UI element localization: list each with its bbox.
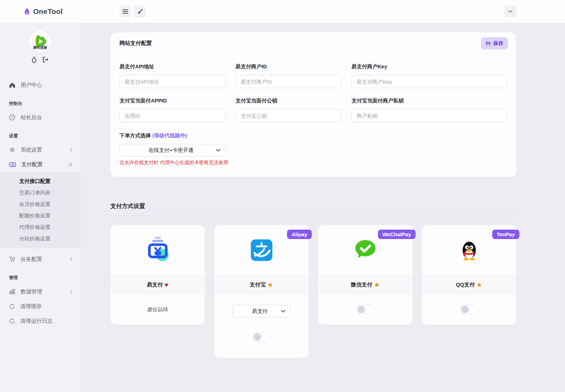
form-field: 支付宝当面付公钥: [235, 98, 342, 122]
form-field: 易支付商户Key: [351, 63, 507, 88]
payment-method-cards: 易支付 ♥ 虚位以待 Alipay: [110, 225, 516, 358]
card-name-band: 支付宝 ★: [214, 275, 309, 294]
chevron-left-icon: [70, 290, 72, 294]
submenu-item-quota-price[interactable]: 配额价格设置: [0, 210, 80, 221]
alipay-badge: Alipay: [287, 230, 312, 239]
sidebar-item-task-config[interactable]: 任务配置: [0, 252, 80, 267]
header-dropdown-button[interactable]: [504, 6, 516, 17]
payment-submenu: 支付接口配置 交易订单列表 会员价格设置 配额价格设置 代理价格设置 分站价格设…: [0, 172, 80, 248]
divider: [110, 216, 516, 216]
payment-config-panel: 网站支付配置 保存 易支付API地址 易支付商户ID 易支付商户Key: [110, 32, 516, 177]
bar-chart-icon: [9, 289, 15, 294]
alipay-channel-select[interactable]: 易支付: [232, 305, 291, 317]
double-chevron-down-icon: [69, 162, 72, 167]
order-mode-note: (等级代练除外): [152, 132, 187, 138]
waiting-text: 虚位以待: [147, 306, 168, 313]
sidebar-menu: 用户中心 控制台 站长后台 设置 系统设置 支付配置: [0, 71, 80, 328]
star-icon: ★: [477, 282, 482, 288]
pay-card-easypay: 易支付 ♥ 虚位以待: [110, 225, 205, 325]
alipay-appid-input[interactable]: [119, 109, 226, 122]
wechat-pay-icon: [354, 239, 377, 261]
easypay-api-input[interactable]: [119, 75, 226, 88]
sidebar-item-data-manage[interactable]: 数据管理: [0, 284, 80, 299]
pay-card-qq: TenPay QQ支付: [422, 225, 516, 325]
easypay-wallet-icon: [142, 236, 174, 265]
form-field: 易支付商户ID: [235, 63, 342, 88]
form-field: 易支付API地址: [119, 63, 226, 88]
theme-button[interactable]: [134, 6, 146, 17]
order-mode-select[interactable]: 在线支付+卡密开通: [119, 144, 226, 156]
gear-icon: [9, 147, 15, 153]
chevron-down-icon: [281, 310, 285, 313]
form-field: 支付宝当面付APPID: [119, 98, 226, 122]
wechat-toggle[interactable]: [356, 305, 374, 314]
star-icon: ★: [267, 282, 273, 288]
star-icon: ★: [374, 282, 380, 288]
alipay-public-key-input[interactable]: [235, 109, 342, 122]
brand-name: OneTool: [33, 7, 63, 16]
sidebar: 腾讯视频 用户中心 控制台 站长后台 设置: [0, 23, 80, 392]
alipay-icon: [250, 239, 273, 261]
alipay-private-key-input[interactable]: [351, 109, 507, 122]
submenu-item-order-list[interactable]: 交易订单列表: [0, 187, 80, 198]
easypay-merchant-id-input[interactable]: [235, 75, 342, 88]
save-icon: [486, 41, 491, 46]
refresh-icon: [9, 318, 15, 324]
brand: OneTool: [24, 7, 63, 16]
pay-card-wechat: WeChatPay 微信支付 ★: [318, 225, 412, 325]
submenu-item-agent-price[interactable]: 代理价格设置: [0, 221, 80, 233]
sidebar-item-user-center[interactable]: 用户中心: [0, 78, 80, 92]
tenpay-badge: TenPay: [492, 230, 519, 239]
sidebar-toggle-button[interactable]: [119, 6, 131, 17]
sidebar-item-system-settings[interactable]: 系统设置: [0, 143, 80, 157]
cart-icon: [9, 256, 15, 262]
panel-title: 网站支付配置: [119, 40, 152, 47]
payment-methods-title: 支付方式设置: [110, 202, 516, 210]
profile-block: 腾讯视频: [0, 23, 80, 71]
order-mode-warning: 仅允许在线支付时 代理中心生成的卡密将无法使用: [119, 160, 507, 166]
onetool-flame-icon: [24, 8, 30, 15]
hamburger-icon: [123, 9, 128, 14]
qq-penguin-icon: [459, 240, 479, 261]
sidebar-item-webmaster[interactable]: 站长后台: [0, 110, 80, 125]
chevron-left-icon: [70, 148, 72, 152]
submenu-item-substation-price[interactable]: 分站价格设置: [0, 233, 80, 244]
order-mode-block: 下单方式选择 (等级代练除外) 在线支付+卡密开通 仅允许在线支付时 代理中心生…: [119, 132, 507, 166]
top-header: OneTool: [0, 0, 565, 23]
heart-icon: ♥: [164, 282, 168, 288]
submenu-item-payment-interface[interactable]: 支付接口配置: [0, 175, 80, 187]
refresh-icon: [9, 303, 15, 309]
sidebar-item-payment-config[interactable]: 支付配置: [0, 157, 80, 172]
sidebar-item-clear-logs[interactable]: 清理运行日志: [0, 314, 80, 328]
banknote-icon: [9, 162, 16, 168]
section-caption-console: 控制台: [0, 92, 80, 110]
order-mode-label: 下单方式选择 (等级代练除外): [119, 132, 507, 139]
card-name-band: 易支付 ♥: [110, 275, 205, 294]
dashboard-icon: [9, 114, 15, 121]
droplet-icon[interactable]: [31, 56, 37, 63]
home-icon: [9, 82, 15, 88]
logout-icon[interactable]: [42, 56, 49, 63]
form-field: 支付宝当面付商户私钥: [351, 98, 507, 122]
main-content: 网站支付配置 保存 易支付API地址 易支付商户ID 易支付商户Key: [80, 23, 565, 392]
section-caption-manage: 管理: [0, 267, 80, 284]
submenu-item-member-price[interactable]: 会员价格设置: [0, 198, 80, 210]
save-button[interactable]: 保存: [481, 37, 508, 49]
section-caption-settings: 设置: [0, 125, 80, 143]
qq-toggle[interactable]: [460, 305, 478, 314]
card-name-band: QQ支付 ★: [422, 275, 516, 294]
avatar-caption: 腾讯视频: [29, 45, 51, 50]
paintbrush-icon: [137, 8, 143, 14]
chevron-left-icon: [70, 257, 72, 261]
pay-card-alipay: Alipay 支付宝 ★: [214, 225, 309, 358]
chevron-down-icon: [216, 149, 220, 152]
card-name-band: 微信支付 ★: [318, 275, 412, 294]
alipay-toggle[interactable]: [253, 332, 271, 342]
sidebar-item-clear-cache[interactable]: 清理缓存: [0, 299, 80, 314]
easypay-merchant-key-input[interactable]: [351, 75, 507, 88]
chevron-down-icon: [508, 10, 512, 13]
wechatpay-badge: WeChatPay: [378, 230, 416, 239]
avatar[interactable]: 腾讯视频: [29, 31, 51, 52]
